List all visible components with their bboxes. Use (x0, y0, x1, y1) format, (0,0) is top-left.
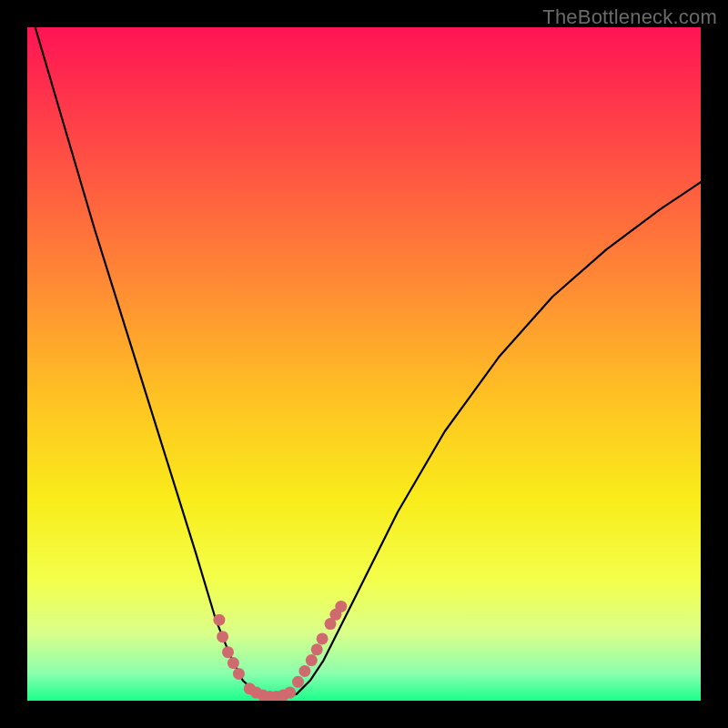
highlight-dot (284, 687, 296, 699)
bottleneck-chart (27, 27, 701, 701)
highlight-dot (298, 665, 310, 677)
highlight-dot (228, 657, 239, 669)
highlight-dot (317, 632, 329, 644)
highlight-dot (306, 654, 318, 666)
highlight-dot (222, 646, 234, 658)
watermark-text: TheBottleneck.com (542, 5, 717, 29)
highlight-dot (292, 676, 304, 688)
highlight-dot (213, 614, 225, 626)
highlight-dot (335, 601, 347, 612)
highlight-dot (233, 668, 245, 680)
chart-background-gradient (27, 27, 701, 701)
highlight-dot (217, 631, 228, 642)
highlight-dot (311, 643, 323, 655)
